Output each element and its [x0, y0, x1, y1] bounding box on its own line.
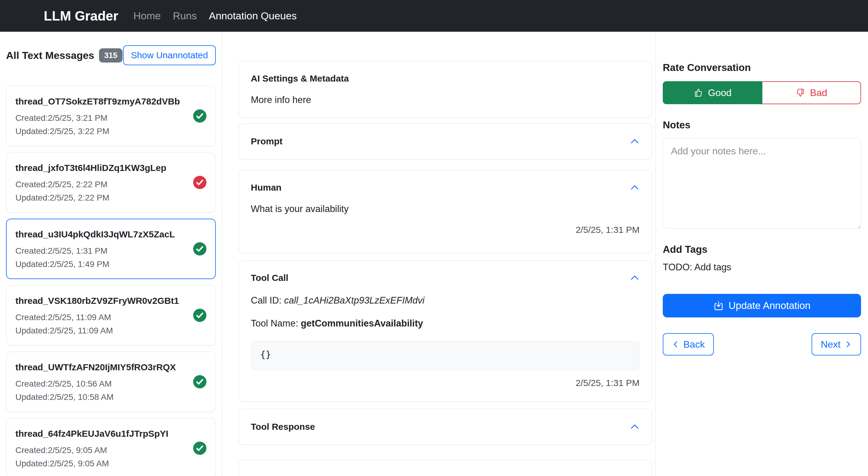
ai-settings-title: AI Settings & Metadata [251, 73, 640, 84]
thread-list-title-wrap: All Text Messages 315 [6, 48, 123, 62]
save-download-icon [713, 300, 724, 311]
thread-updated: Updated:2/5/25, 2:22 PM [16, 194, 166, 202]
notes-textarea[interactable] [663, 138, 861, 229]
human-message-card: Human What is your availability 2/5/25, … [239, 170, 652, 253]
thread-list-title: All Text Messages [6, 50, 94, 61]
ai-settings-body: More info here [251, 94, 640, 106]
tool-name-value: getCommunitiesAvailability [301, 318, 423, 329]
human-title: Human [251, 182, 282, 193]
chevron-left-icon [672, 340, 680, 348]
rate-conversation-heading: Rate Conversation [663, 62, 862, 73]
tool-response-card: Tool Response [239, 409, 652, 445]
nav-item-runs[interactable]: Runs [173, 10, 197, 22]
tool-call-timestamp: 2/5/25, 1:31 PM [251, 378, 640, 388]
thread-created: Created:2/5/25, 9:05 AM [16, 446, 168, 454]
check-circle-icon [193, 309, 207, 322]
thread-info: thread_jxfoT3t6l4HliDZq1KW3gLep Created:… [16, 163, 166, 202]
tool-response-title: Tool Response [251, 422, 315, 432]
check-circle-icon [193, 442, 207, 455]
thread-info: thread_64fz4PkEUJaV6u1fJTrpSpYI Created:… [16, 428, 168, 468]
rate-good-button[interactable]: Good [663, 81, 763, 104]
human-message-text: What is your availability [251, 204, 640, 214]
thread-list-item[interactable]: thread_64fz4PkEUJaV6u1fJTrpSpYI Created:… [6, 418, 216, 476]
thread-info: thread_u3IU4pkQdkI3JqWL7zX5ZacL Created:… [16, 229, 175, 268]
brand-llm-grader[interactable]: LLM Grader [44, 8, 118, 24]
chevron-up-icon[interactable] [630, 422, 640, 432]
content-layout: All Text Messages 315 Show Unannotated t… [0, 32, 868, 476]
thread-updated: Updated:2/5/25, 3:22 PM [16, 127, 180, 136]
check-circle-icon [193, 242, 207, 256]
nav-item-home[interactable]: Home [133, 10, 161, 22]
rate-good-label: Good [708, 87, 732, 98]
tool-call-id-line: Call ID: call_1cAHi2BaXtp93LzExEFIMdvi [251, 295, 640, 306]
call-id-value: call_1cAHi2BaXtp93LzExEFIMdvi [284, 295, 424, 306]
thread-id: thread_UWTfzAFN20IjMIY5fRO3rRQX [16, 362, 176, 373]
annotation-panel: Rate Conversation Good Bad Notes Add T [656, 32, 868, 476]
thread-info: thread_UWTfzAFN20IjMIY5fRO3rRQX Created:… [16, 362, 176, 401]
thread-id: thread_OT7SokzET8fT9zmyA782dVBb [16, 96, 180, 107]
next-button[interactable]: Next [812, 333, 861, 356]
next-message-card-clipped: Human [239, 460, 652, 476]
rate-bad-button[interactable]: Bad [763, 81, 861, 104]
pager-row: Back Next [663, 333, 861, 356]
tool-call-card: Tool Call Call ID: call_1cAHi2BaXtp93LzE… [239, 260, 652, 402]
check-circle-icon [193, 375, 207, 388]
thread-info: thread_OT7SokzET8fT9zmyA782dVBb Created:… [16, 96, 180, 136]
thread-created: Created:2/5/25, 1:31 PM [16, 247, 175, 255]
chevron-right-icon [844, 340, 852, 348]
thread-created: Created:2/5/25, 3:21 PM [16, 114, 180, 122]
chevron-up-icon[interactable] [630, 137, 640, 146]
thread-list-item[interactable]: thread_OT7SokzET8fT9zmyA782dVBb Created:… [6, 86, 216, 146]
thread-list-item-selected[interactable]: thread_u3IU4pkQdkI3JqWL7zX5ZacL Created:… [6, 219, 216, 279]
thread-list-header: All Text Messages 315 Show Unannotated [6, 44, 216, 67]
tool-call-title: Tool Call [251, 273, 288, 283]
add-tags-heading: Add Tags [663, 244, 862, 255]
thread-updated: Updated:2/5/25, 10:58 AM [16, 393, 176, 401]
thread-updated: Updated:2/5/25, 1:49 PM [16, 260, 175, 268]
tool-call-arguments: {} [251, 341, 640, 370]
thread-id: thread_64fz4PkEUJaV6u1fJTrpSpYI [16, 428, 168, 439]
thread-created: Created:2/5/25, 11:09 AM [16, 313, 179, 322]
thread-list-item[interactable]: thread_jxfoT3t6l4HliDZq1KW3gLep Created:… [6, 152, 216, 213]
app-window: LLM Grader Home Runs Annotation Queues A… [0, 0, 868, 476]
thread-created: Created:2/5/25, 2:22 PM [16, 180, 166, 189]
chevron-up-icon[interactable] [630, 183, 640, 192]
nav-item-annotation-queues[interactable]: Annotation Queues [209, 10, 297, 22]
rate-button-group: Good Bad [663, 81, 861, 104]
thread-list-item[interactable]: thread_UWTfzAFN20IjMIY5fRO3rRQX Created:… [6, 352, 216, 412]
back-label: Back [683, 339, 705, 350]
ai-settings-metadata-card: AI Settings & Metadata More info here [239, 61, 652, 118]
thread-id: thread_jxfoT3t6l4HliDZq1KW3gLep [16, 163, 166, 173]
thread-updated: Updated:2/5/25, 9:05 AM [16, 459, 168, 468]
prompt-title: Prompt [251, 136, 282, 147]
call-id-label: Call ID: [251, 295, 284, 306]
tool-name-label: Tool Name: [251, 318, 301, 329]
thread-list-sidebar: All Text Messages 315 Show Unannotated t… [0, 32, 222, 476]
check-circle-icon [193, 109, 207, 123]
next-label: Next [820, 339, 840, 350]
tags-todo-text: TODO: Add tags [663, 262, 862, 273]
next-message-title: Human [251, 474, 640, 476]
rate-bad-label: Bad [810, 87, 827, 98]
thread-updated: Updated:2/5/25, 11:09 AM [16, 327, 179, 335]
thread-id: thread_VSK180rbZV9ZFryWR0v2GBt1 [16, 296, 179, 306]
prompt-card: Prompt [239, 123, 652, 159]
thread-id: thread_u3IU4pkQdkI3JqWL7zX5ZacL [16, 229, 175, 239]
tool-name-line: Tool Name: getCommunitiesAvailability [251, 318, 640, 329]
update-annotation-label: Update Annotation [728, 300, 811, 311]
update-annotation-button[interactable]: Update Annotation [663, 294, 861, 318]
chevron-up-icon[interactable] [630, 273, 640, 283]
back-button[interactable]: Back [663, 333, 714, 356]
top-navbar: LLM Grader Home Runs Annotation Queues [0, 0, 868, 32]
thread-info: thread_VSK180rbZV9ZFryWR0v2GBt1 Created:… [16, 296, 179, 335]
human-message-timestamp: 2/5/25, 1:31 PM [251, 225, 640, 235]
notes-heading: Notes [663, 119, 862, 131]
thumbs-down-icon [796, 88, 805, 97]
thread-count-badge: 315 [99, 48, 122, 62]
thumbs-up-icon [693, 88, 703, 97]
thread-created: Created:2/5/25, 10:56 AM [16, 380, 176, 388]
check-circle-icon [193, 176, 207, 189]
conversation-panel: AI Settings & Metadata More info here Pr… [222, 32, 656, 476]
show-unannotated-button[interactable]: Show Unannotated [123, 45, 216, 65]
thread-list-item[interactable]: thread_VSK180rbZV9ZFryWR0v2GBt1 Created:… [6, 285, 216, 346]
